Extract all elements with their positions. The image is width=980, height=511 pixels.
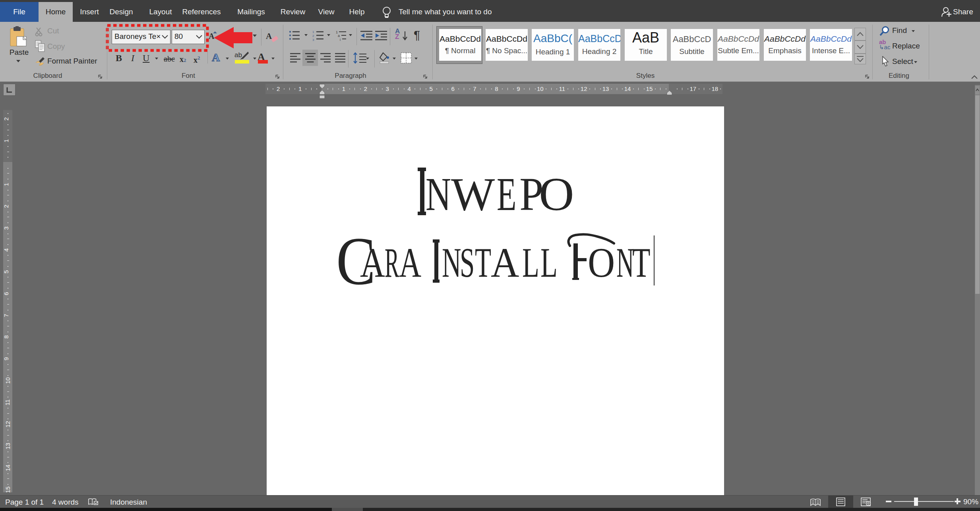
svg-text:3: 3: [312, 38, 314, 41]
svg-text:2: 2: [312, 34, 314, 38]
svg-text:i: i: [340, 38, 341, 41]
svg-text:1: 1: [312, 30, 314, 34]
svg-text:a: a: [338, 34, 340, 38]
